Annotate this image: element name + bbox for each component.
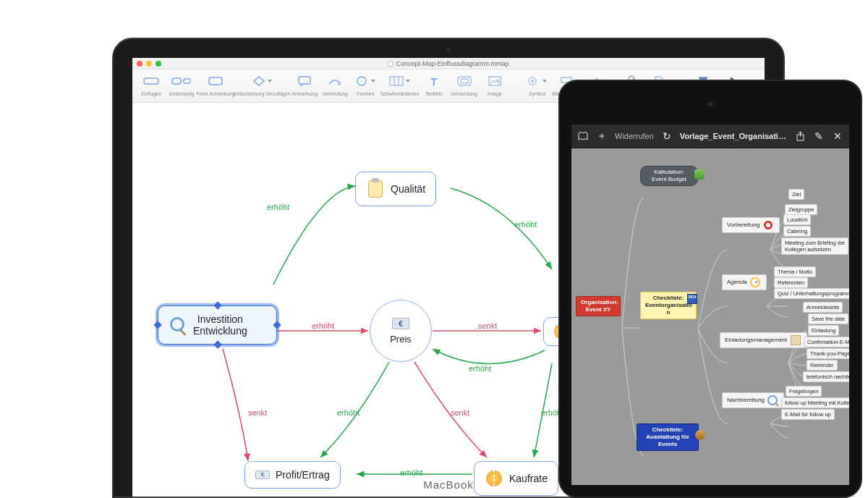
svg-rect-2 [184, 79, 190, 83]
node-checkliste[interactable]: Checkliste: Eventorganisatio n 2014 [640, 292, 697, 319]
leaf-followup[interactable]: follow up Meeting mit Kollegen [781, 397, 849, 408]
svg-rect-10 [458, 77, 471, 85]
share-icon[interactable] [794, 130, 806, 142]
undo-button[interactable]: Widerrufen [615, 132, 654, 140]
node-einladung[interactable]: Einladungsmanagement [720, 332, 807, 348]
node-label: Profit/Ertrag [276, 469, 330, 481]
node-kaufrate[interactable]: Kaufrate [474, 461, 558, 496]
border-icon [457, 76, 472, 86]
svg-rect-11 [461, 79, 468, 83]
minimize-button[interactable] [146, 61, 152, 67]
leaf-savedate[interactable]: Save the date [808, 313, 848, 324]
library-icon[interactable] [577, 130, 589, 142]
tool-add-decision[interactable]: Entscheidung hinzufügen [235, 72, 289, 96]
node-agenda[interactable]: Agenda [722, 274, 767, 290]
add-icon[interactable]: ＋ [596, 130, 608, 142]
road-icon [485, 469, 503, 488]
shapes-icon [356, 75, 369, 87]
node-investition[interactable]: Investition Entwicklung [158, 305, 277, 345]
edge-label: erhöht [469, 364, 491, 373]
euro-icon: € [392, 318, 409, 329]
file-icon [388, 61, 393, 67]
edge-label: senkt [248, 408, 267, 417]
node-label: Kaufrate [509, 473, 548, 484]
leaf-ziel[interactable]: Ziel [788, 189, 804, 200]
node-label: Investition [197, 313, 243, 325]
swimlanes-icon [389, 76, 404, 86]
tool-border[interactable]: Umrandung [450, 72, 479, 96]
leaf-catering[interactable]: Catering [783, 226, 811, 237]
subtopic-icon [171, 75, 192, 87]
calendar-icon: 2014 [687, 294, 697, 304]
node-label: Qualität [391, 183, 425, 195]
leaf-telnach[interactable]: telefonisch nachfassen [803, 371, 849, 382]
magnifier-icon [767, 395, 778, 405]
ipad-filename: Vorlage_Event_Organisation_mit_Budget_Ka… [680, 132, 787, 140]
leaf-reminder[interactable]: Reminder [807, 360, 838, 371]
tool-symbol[interactable]: Symbol [523, 72, 552, 96]
tool-subtopic[interactable]: Unterzweig [167, 72, 196, 96]
ipad-frame: ＋ Widerrufen ↻ Vorlage_Event_Organisatio… [558, 80, 862, 498]
leaf-location[interactable]: Location [783, 214, 811, 225]
free-note-icon [208, 75, 223, 87]
fullscreen-button[interactable] [156, 61, 161, 67]
node-ausstattung[interactable]: Checkliste: Ausstattung für Events [637, 423, 699, 451]
window-titlebar: Concept-Map-Einflussdiagramm.mmap [132, 58, 765, 69]
svg-rect-0 [144, 78, 158, 84]
tool-swimlanes[interactable]: Schwimmbahnen [381, 72, 418, 96]
leaf-fragebogen[interactable]: Fragebogen [786, 386, 822, 397]
node-organisation[interactable]: Organisation: Event XY [576, 296, 621, 316]
edge-label: senkt [451, 408, 469, 417]
edge-label: erhöht [337, 408, 359, 417]
edge-label: erhöht [312, 321, 334, 330]
tool-connection[interactable]: Verbindung [320, 72, 349, 96]
tool-image[interactable]: Image [480, 72, 509, 96]
node-label: Preis [390, 334, 412, 345]
leaf-zielgruppe[interactable]: Zielgruppe [785, 204, 817, 215]
tool-shapes[interactable]: Formen [351, 72, 380, 96]
euro-icon: € [255, 470, 270, 479]
image-icon [488, 76, 501, 86]
target-icon [763, 220, 773, 230]
tool-insert[interactable]: Einfügen [137, 72, 166, 96]
leaf-emailfu[interactable]: E-Mail für follow up [781, 409, 835, 420]
reload-icon[interactable]: ↻ [661, 130, 673, 142]
edge-label: senkt [478, 321, 497, 330]
tool-icon[interactable]: ✎ [813, 130, 825, 142]
tool-textfield[interactable]: T Textfeld [420, 72, 448, 96]
leaf-anmeldeseite[interactable]: Anmeldeseite [803, 302, 843, 313]
leaf-thema[interactable]: Thema / Motto [774, 266, 816, 277]
leaf-thankyou[interactable]: Thank-you-Page [807, 348, 849, 359]
edge-label: erhöht [514, 220, 537, 229]
ipad-screen: ＋ Widerrufen ↻ Vorlage_Event_Organisatio… [571, 124, 849, 485]
tool-annotation[interactable]: Anmerkung [290, 72, 319, 96]
insert-icon [143, 75, 159, 87]
leaf-referenten[interactable]: Referenten [774, 277, 808, 288]
annotation-icon [297, 75, 312, 87]
tool-free-note[interactable]: Freie Anmerkung [197, 72, 234, 96]
svg-rect-7 [390, 77, 403, 85]
node-vorbereitung[interactable]: Vorbereitung [722, 217, 780, 233]
node-label: Entwicklung [193, 325, 247, 337]
magnifier-icon [169, 316, 187, 334]
close-icon[interactable]: ✕ [832, 130, 843, 142]
leaf-quiz[interactable]: Quiz / Unterhaltungsprogramm [774, 288, 849, 299]
tools-icon [695, 430, 705, 440]
leaf-einladung2[interactable]: Einladung [808, 325, 839, 336]
clock-icon [750, 277, 760, 287]
leaf-meeting[interactable]: Meeting zum Briefing der Kollegen aufset… [781, 237, 848, 255]
leaf-confirm[interactable]: Confirmation-E-Mail [804, 337, 849, 347]
window-title: Concept-Map-Einflussdiagramm.mmap [396, 60, 509, 67]
mail-icon [791, 335, 801, 345]
node-kalkulation[interactable]: Kalkulation: Event Budget [640, 166, 698, 186]
node-profit[interactable]: € Profit/Ertrag [244, 461, 341, 489]
svg-point-14 [532, 80, 534, 83]
connection-icon [327, 75, 343, 87]
svg-rect-1 [172, 78, 181, 84]
node-qualitaet[interactable]: Qualität [355, 172, 436, 206]
node-nachbereitung[interactable]: Nachbereitung [722, 392, 784, 408]
ipad-toolbar: ＋ Widerrufen ↻ Vorlage_Event_Organisatio… [571, 124, 849, 148]
node-preis[interactable]: € Preis [370, 300, 432, 362]
close-button[interactable] [137, 61, 142, 67]
svg-point-6 [357, 77, 366, 85]
